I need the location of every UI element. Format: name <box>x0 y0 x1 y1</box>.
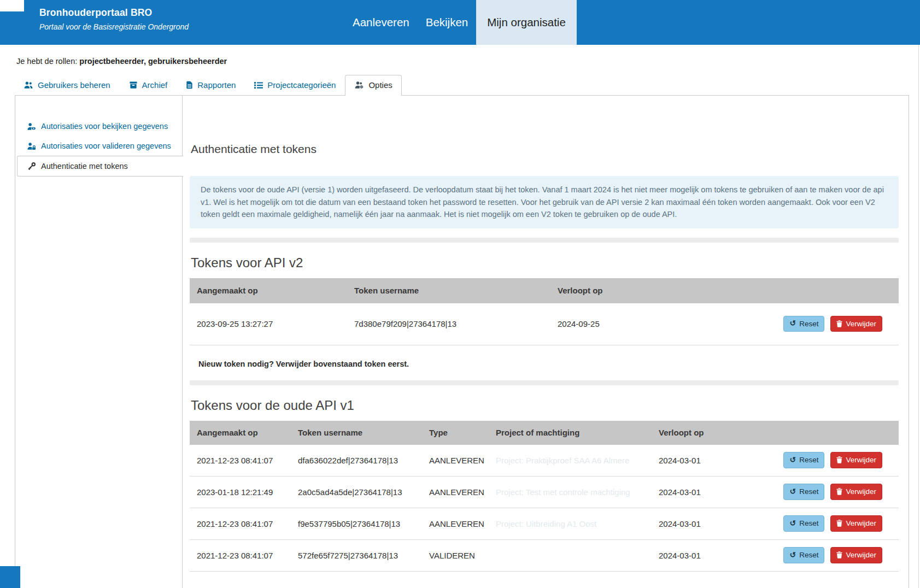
verwijder-label: Verwijder <box>846 456 876 464</box>
v1-token-table: Aangemaakt op Token username Type Projec… <box>190 421 899 572</box>
tab-projectcategorieen[interactable]: Projectcategorieën <box>245 75 345 95</box>
tab-bar: Gebruikers beheren Archief Rapporten Pro… <box>14 75 920 95</box>
tab-label: Gebruikers beheren <box>38 80 110 90</box>
page-right-edge <box>918 45 919 588</box>
col-aangemaakt-op: Aangemaakt op <box>190 428 291 437</box>
cell-aangemaakt: 2023-09-25 13:27:27 <box>190 319 347 328</box>
col-type: Type <box>422 428 489 437</box>
footer-accent-corner <box>0 566 20 588</box>
options-sidebar: Autorisaties voor bekijken gegevens Auto… <box>15 96 182 588</box>
trash-icon <box>836 520 842 527</box>
col-token-username: Token username <box>291 428 422 437</box>
user-lock-icon <box>27 142 36 150</box>
cell-project: Project: Uitbreiding A1 Oost <box>489 519 652 528</box>
top-left-notch <box>0 0 24 11</box>
tab-rapporten[interactable]: Rapporten <box>177 75 245 95</box>
nav-item-mijn-organisatie[interactable]: Mijn organisatie <box>476 0 577 45</box>
file-lines-icon <box>186 81 193 89</box>
col-verloopt-op: Verloopt op <box>550 286 755 295</box>
col-token-username: Token username <box>347 286 550 295</box>
reset-label: Reset <box>799 519 818 528</box>
token-content: Authenticatie met tokens De tokens voor … <box>182 96 909 588</box>
app-title: Bronhouderportaal BRO <box>39 7 189 19</box>
bronhouderportaal-screen: Bronhouderportaal BRO Portaal voor de Ba… <box>0 0 920 588</box>
nav-item-bekijken[interactable]: Bekijken <box>418 0 477 45</box>
cell-aangemaakt: 2021-12-23 08:41:07 <box>190 519 291 528</box>
archive-icon <box>129 81 138 89</box>
undo-arrow-icon: ↺ <box>789 519 796 527</box>
cell-project: Project: Test met controle machtiging <box>489 487 652 497</box>
verwijder-button[interactable]: Verwijder <box>830 484 882 500</box>
verwijder-label: Verwijder <box>846 551 876 560</box>
row-actions: ↺ Reset Verwijder <box>755 515 899 532</box>
col-project-machtiging: Project of machtiging <box>489 428 652 437</box>
v2-section-title: Tokens voor API v2 <box>191 255 899 271</box>
sidebar-item-label: Autorisaties voor valideren gegevens <box>41 142 171 150</box>
v2-table-header: Aangemaakt op Token username Verloopt op <box>190 278 899 303</box>
cell-verloopt: 2024-09-25 <box>550 319 755 328</box>
main-nav: Aanleveren Bekijken Mijn organisatie <box>344 0 577 45</box>
tab-archief[interactable]: Archief <box>120 75 177 95</box>
list-icon <box>254 81 263 89</box>
cell-verloopt: 2024-03-01 <box>652 456 755 465</box>
cell-verloopt: 2024-03-01 <box>652 519 755 528</box>
reset-label: Reset <box>799 487 818 496</box>
undo-arrow-icon: ↺ <box>789 319 796 327</box>
v2-token-table: Aangemaakt op Token username Verloopt op… <box>190 278 899 345</box>
cell-aangemaakt: 2021-12-23 08:41:07 <box>190 456 291 465</box>
row-actions: ↺ Reset Verwijder <box>755 547 899 563</box>
cell-type: VALIDEREN <box>422 551 489 560</box>
app-header: Bronhouderportaal BRO Portaal voor de Ba… <box>0 0 920 45</box>
reset-button[interactable]: ↺ Reset <box>783 484 824 500</box>
cell-type: AANLEVEREN <box>422 519 489 528</box>
v1-token-row: 2021-12-23 08:41:07 dfa636022def|2736417… <box>190 445 899 477</box>
verwijder-button[interactable]: Verwijder <box>830 515 882 532</box>
roles-prefix: Je hebt de rollen: <box>16 57 77 66</box>
v1-table-header: Aangemaakt op Token username Type Projec… <box>190 421 899 445</box>
verwijder-button[interactable]: Verwijder <box>830 547 882 563</box>
reset-button[interactable]: ↺ Reset <box>783 452 824 468</box>
verwijder-label: Verwijder <box>846 519 876 528</box>
app-subtitle: Portaal voor de Basisregistratie Ondergr… <box>39 22 189 31</box>
row-actions: ↺ Reset Verwijder <box>755 316 899 332</box>
col-aangemaakt-op: Aangemaakt op <box>190 286 347 295</box>
tab-label: Projectcategorieën <box>267 80 336 90</box>
tab-opties[interactable]: Opties <box>345 75 401 96</box>
reset-button[interactable]: ↺ Reset <box>783 316 824 332</box>
cell-username: dfa636022def|27364178|13 <box>291 456 422 465</box>
verwijder-button[interactable]: Verwijder <box>830 316 882 332</box>
brand: Bronhouderportaal BRO Portaal voor de Ba… <box>39 7 189 31</box>
reset-label: Reset <box>799 551 818 560</box>
cell-aangemaakt: 2021-12-23 08:41:07 <box>190 551 291 560</box>
page-title: Authenticatie met tokens <box>191 143 899 156</box>
v1-token-row: 2023-01-18 12:21:49 2a0c5ad4a5de|2736417… <box>190 477 899 508</box>
sidebar-item-autorisaties-valideren[interactable]: Autorisaties voor valideren gegevens <box>15 136 182 156</box>
verwijder-button[interactable]: Verwijder <box>830 452 882 468</box>
sidebar-item-label: Authenticatie met tokens <box>41 162 128 170</box>
sidebar-item-authenticatie-tokens[interactable]: Authenticatie met tokens <box>17 156 183 177</box>
cell-project: Project: Praktijkproef SAA A6 Almere <box>489 456 652 465</box>
roles-line: Je hebt de rollen: projectbeheerder, geb… <box>16 57 920 66</box>
v2-token-row: 2023-09-25 13:27:27 7d380e79f209|2736417… <box>190 303 899 345</box>
nav-item-aanleveren[interactable]: Aanleveren <box>344 0 418 45</box>
tab-gebruikers-beheren[interactable]: Gebruikers beheren <box>14 75 120 95</box>
tab-label: Opties <box>368 80 392 90</box>
reset-label: Reset <box>799 456 818 464</box>
verwijder-label: Verwijder <box>846 320 876 328</box>
v1-section-title: Tokens voor de oude API v1 <box>191 398 899 413</box>
sidebar-item-autorisaties-bekijken[interactable]: Autorisaties voor bekijken gegevens <box>15 116 182 136</box>
undo-arrow-icon: ↺ <box>789 456 796 463</box>
tab-label: Rapporten <box>197 80 236 90</box>
sidebar-item-label: Autorisaties voor bekijken gegevens <box>41 122 168 131</box>
v1-token-row: 2021-12-23 08:41:07 572fe65f7275|2736417… <box>190 540 899 572</box>
cell-username: 7d380e79f209|27364178|13 <box>347 319 550 328</box>
user-eye-icon <box>27 122 36 131</box>
cell-username: f9e537795b05|27364178|13 <box>291 519 422 528</box>
reset-button[interactable]: ↺ Reset <box>783 515 824 532</box>
cell-type: AANLEVEREN <box>422 487 489 497</box>
token-deprecation-notice: De tokens voor de oude API (versie 1) wo… <box>190 176 899 228</box>
reset-button[interactable]: ↺ Reset <box>783 547 824 563</box>
section-divider <box>190 380 899 385</box>
cell-username: 2a0c5ad4a5de|27364178|13 <box>291 487 422 497</box>
cell-type: AANLEVEREN <box>422 456 489 465</box>
